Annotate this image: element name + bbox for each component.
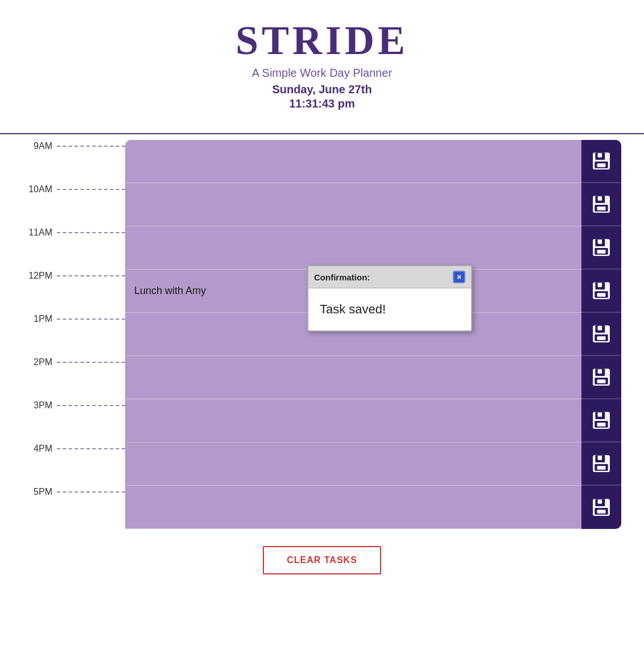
- save-button-9am[interactable]: [581, 140, 621, 183]
- time-label-9am: 9AM: [23, 140, 57, 151]
- save-icon-9am: [592, 151, 611, 171]
- modal-title: Confirmation:: [314, 272, 370, 282]
- svg-rect-17: [598, 283, 602, 287]
- time-row-11am: 11AM: [23, 226, 125, 270]
- current-date: Sunday, June 27th: [0, 83, 644, 96]
- modal-message: Task saved!: [320, 302, 386, 316]
- svg-rect-32: [598, 412, 602, 416]
- time-labels-column: 9AM 10AM 11AM 12PM 1PM 2PM 3PM 4PM: [23, 140, 125, 529]
- time-row-10am: 10AM: [23, 183, 125, 226]
- time-label-10am: 10AM: [23, 183, 57, 195]
- save-button-2pm[interactable]: [581, 356, 621, 399]
- task-row-10am[interactable]: [125, 183, 581, 226]
- time-row-1pm: 1PM: [23, 313, 125, 356]
- modal-header: Confirmation: ×: [308, 266, 471, 288]
- footer: CLEAR TASKS: [0, 529, 644, 586]
- task-row-5pm[interactable]: [125, 486, 581, 529]
- svg-rect-2: [598, 153, 602, 157]
- time-row-9am: 9AM: [23, 140, 125, 183]
- save-button-12pm[interactable]: [581, 270, 621, 313]
- svg-rect-9: [597, 206, 606, 210]
- time-label-3pm: 3PM: [23, 399, 57, 411]
- save-button-4pm[interactable]: [581, 442, 621, 486]
- svg-rect-7: [598, 196, 602, 200]
- time-label-1pm: 1PM: [23, 313, 57, 324]
- tasks-area: Lunch with Amy Confirmation: × Task: [125, 140, 581, 529]
- clear-tasks-button[interactable]: CLEAR TASKS: [263, 546, 381, 574]
- dashed-line-10am: [57, 189, 125, 190]
- dashed-line-11am: [57, 232, 125, 233]
- time-row-4pm: 4PM: [23, 442, 125, 486]
- save-button-5pm[interactable]: [581, 486, 621, 529]
- save-icon-4pm: [592, 454, 611, 473]
- svg-rect-22: [598, 326, 602, 330]
- dashed-line-1pm: [57, 319, 125, 320]
- task-row-2pm[interactable]: [125, 356, 581, 399]
- dashed-line-12pm: [57, 275, 125, 276]
- dashed-line-4pm: [57, 448, 125, 449]
- dashed-line-3pm: [57, 405, 125, 406]
- task-row-9am[interactable]: [125, 140, 581, 183]
- svg-rect-37: [598, 456, 602, 460]
- svg-rect-44: [597, 510, 606, 513]
- time-row-3pm: 3PM: [23, 399, 125, 442]
- dashed-line-9am: [57, 146, 125, 147]
- save-button-3pm[interactable]: [581, 399, 621, 442]
- time-row-2pm: 2PM: [23, 356, 125, 399]
- svg-rect-29: [597, 379, 606, 383]
- time-label-4pm: 4PM: [23, 442, 57, 454]
- app-subtitle: A Simple Work Day Planner: [0, 67, 644, 80]
- save-button-11am[interactable]: [581, 226, 621, 270]
- save-button-1pm[interactable]: [581, 313, 621, 356]
- svg-rect-14: [597, 250, 606, 253]
- task-text-12pm: Lunch with Amy: [134, 285, 206, 297]
- time-label-12pm: 12PM: [23, 270, 57, 281]
- svg-rect-39: [597, 466, 606, 469]
- time-row-5pm: 5PM: [23, 486, 125, 529]
- save-icon-2pm: [592, 367, 611, 387]
- save-icon-3pm: [592, 411, 611, 430]
- save-icon-11am: [592, 238, 611, 257]
- svg-rect-4: [597, 163, 606, 167]
- planner-container: 9AM 10AM 11AM 12PM 1PM 2PM 3PM 4PM: [0, 134, 644, 529]
- svg-rect-34: [597, 423, 606, 426]
- save-icon-1pm: [592, 324, 611, 344]
- app-header: STRIDE A Simple Work Day Planner Sunday,…: [0, 0, 644, 122]
- task-row-4pm[interactable]: [125, 442, 581, 486]
- time-label-2pm: 2PM: [23, 356, 57, 367]
- dashed-line-5pm: [57, 491, 125, 493]
- confirmation-modal: Confirmation: × Task saved!: [307, 265, 472, 332]
- modal-body: Task saved!: [308, 288, 471, 330]
- current-time: 11:31:43 pm: [0, 97, 644, 110]
- time-row-12pm: 12PM: [23, 270, 125, 313]
- task-row-3pm[interactable]: [125, 399, 581, 442]
- app-title: STRIDE: [0, 17, 644, 64]
- svg-rect-42: [598, 499, 602, 503]
- save-buttons-column: [581, 140, 621, 529]
- save-button-10am[interactable]: [581, 183, 621, 226]
- save-icon-5pm: [592, 498, 611, 517]
- time-label-5pm: 5PM: [23, 486, 57, 497]
- svg-rect-27: [598, 369, 602, 373]
- svg-rect-19: [597, 293, 606, 296]
- svg-rect-12: [598, 239, 602, 243]
- task-row-11am[interactable]: [125, 226, 581, 270]
- dashed-line-2pm: [57, 362, 125, 363]
- modal-close-button[interactable]: ×: [453, 271, 465, 283]
- svg-rect-24: [597, 336, 606, 340]
- save-icon-12pm: [592, 281, 611, 300]
- save-icon-10am: [592, 195, 611, 214]
- time-label-11am: 11AM: [23, 226, 57, 238]
